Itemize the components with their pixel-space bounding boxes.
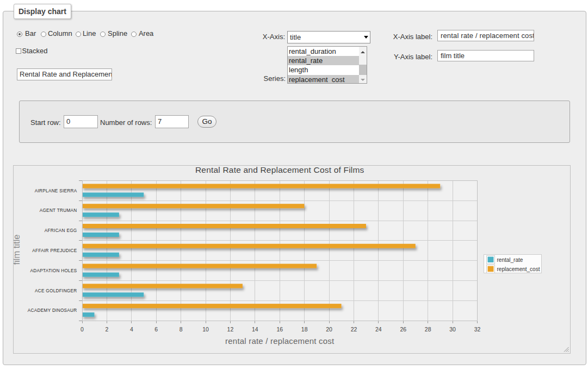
svg-text:4: 4 (130, 326, 133, 333)
svg-text:24: 24 (375, 326, 382, 333)
svg-text:AFRICAN EGG: AFRICAN EGG (45, 228, 77, 233)
svg-text:0: 0 (81, 326, 84, 333)
svg-text:ACADEMY DINOSAUR: ACADEMY DINOSAUR (28, 308, 77, 313)
svg-text:Rental Rate and Replacement Co: Rental Rate and Replacement Cost of Film… (195, 166, 364, 174)
svg-text:film title: film title (14, 235, 21, 265)
svg-text:30: 30 (449, 326, 456, 333)
svg-text:replacement_cost: replacement_cost (497, 266, 540, 272)
svg-text:6: 6 (154, 326, 158, 333)
svg-text:16: 16 (276, 326, 283, 333)
svg-text:28: 28 (425, 326, 431, 333)
svg-text:rental_rate: rental_rate (497, 257, 523, 263)
svg-text:26: 26 (400, 326, 406, 333)
svg-text:rental rate / replacement cost: rental rate / replacement cost (225, 336, 335, 346)
svg-text:18: 18 (301, 326, 308, 333)
svg-text:20: 20 (326, 326, 332, 333)
svg-text:AFFAIR PREJUDICE: AFFAIR PREJUDICE (32, 248, 77, 253)
svg-text:32: 32 (474, 326, 481, 333)
svg-text:AIRPLANE SIERRA: AIRPLANE SIERRA (35, 189, 77, 193)
svg-text:ACE GOLDFINGER: ACE GOLDFINGER (35, 289, 77, 293)
svg-text:22: 22 (351, 326, 357, 333)
svg-text:10: 10 (202, 326, 209, 333)
svg-text:ADAPTATION HOLES: ADAPTATION HOLES (30, 268, 77, 273)
svg-text:14: 14 (252, 326, 258, 333)
svg-text:8: 8 (180, 326, 183, 333)
svg-text:AGENT TRUMAN: AGENT TRUMAN (40, 208, 77, 213)
svg-text:12: 12 (227, 326, 234, 333)
svg-text:2: 2 (105, 326, 108, 333)
